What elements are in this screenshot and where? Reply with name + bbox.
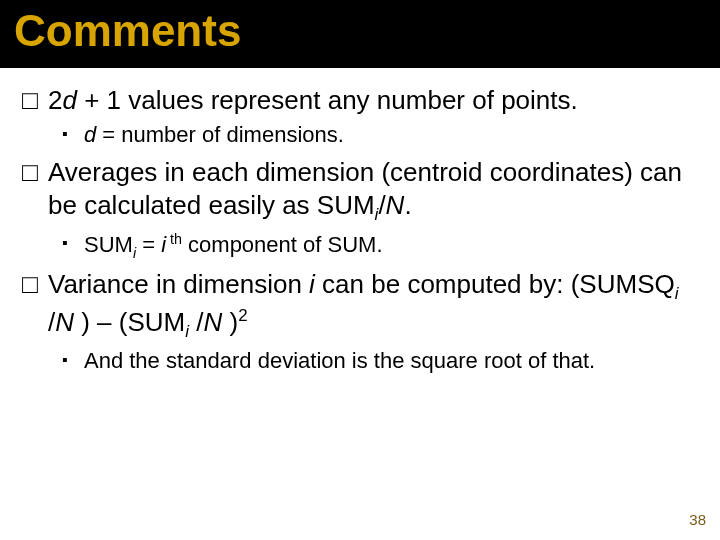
square-bullet-icon: □ <box>22 84 48 117</box>
bullet-3: □ Variance in dimension i can be compute… <box>22 268 698 342</box>
square-small-bullet-icon: ▪ <box>62 230 84 262</box>
subbullet-2: ▪ SUMi = i th component of SUM. <box>62 230 698 262</box>
square-small-bullet-icon: ▪ <box>62 121 84 150</box>
bullet-3-text: Variance in dimension i can be computed … <box>48 268 698 342</box>
bullet-2: □ Averages in each dimension (centroid c… <box>22 156 698 226</box>
text-frag: ) <box>222 307 238 337</box>
var-n: N <box>55 307 74 337</box>
slide-body: □ 2d + 1 values represent any number of … <box>0 68 720 375</box>
var-d: d <box>62 85 76 115</box>
slide-title: Comments <box>14 8 706 54</box>
var-d: d <box>84 122 96 147</box>
text-frag: 2 <box>48 85 62 115</box>
text-frag: / <box>189 307 203 337</box>
subbullet-1-text: d = number of dimensions. <box>84 121 698 150</box>
text-frag: = number of dimensions. <box>96 122 344 147</box>
text-frag: + 1 values represent any number of point… <box>77 85 578 115</box>
superscript-2: 2 <box>238 306 247 325</box>
subbullet-3: ▪ And the standard deviation is the squa… <box>62 347 698 376</box>
subbullet-2-text: SUMi = i th component of SUM. <box>84 230 698 262</box>
subscript-i: i <box>675 285 679 304</box>
text-frag: = <box>136 232 161 257</box>
subbullet-1: ▪ d = number of dimensions. <box>62 121 698 150</box>
text-frag: can be computed by: (SUMSQ <box>315 269 675 299</box>
square-bullet-icon: □ <box>22 156 48 226</box>
slide: Comments □ 2d + 1 values represent any n… <box>0 0 720 540</box>
text-frag: SUM <box>84 232 133 257</box>
text-frag: ) – (SUM <box>74 307 185 337</box>
var-n: N <box>386 190 405 220</box>
text-frag: Variance in dimension <box>48 269 309 299</box>
title-bar: Comments <box>0 0 720 68</box>
bullet-1-text: 2d + 1 values represent any number of po… <box>48 84 698 117</box>
text-frag: . <box>404 190 411 220</box>
var-n: N <box>203 307 222 337</box>
page-number: 38 <box>689 511 706 528</box>
text-frag: Averages in each dimension (centroid coo… <box>48 157 682 220</box>
bullet-1: □ 2d + 1 values represent any number of … <box>22 84 698 117</box>
text-frag: component of SUM. <box>182 232 383 257</box>
subbullet-3-text: And the standard deviation is the square… <box>84 347 698 376</box>
square-small-bullet-icon: ▪ <box>62 347 84 376</box>
text-frag: / <box>378 190 385 220</box>
bullet-2-text: Averages in each dimension (centroid coo… <box>48 156 698 226</box>
square-bullet-icon: □ <box>22 268 48 342</box>
superscript-th: th <box>166 231 182 247</box>
